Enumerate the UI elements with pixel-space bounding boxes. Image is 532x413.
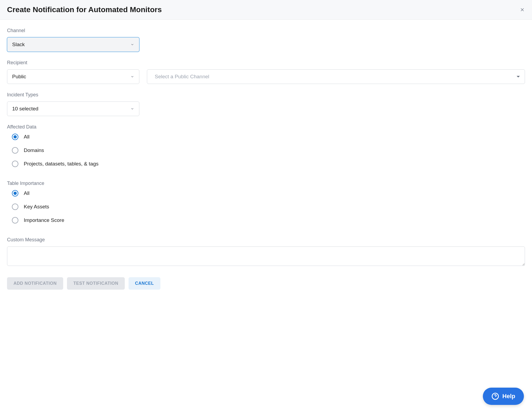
recipient-visibility-select[interactable]: Public	[7, 69, 139, 84]
radio-icon	[12, 190, 18, 197]
radio-icon	[12, 204, 18, 210]
chevron-down-icon	[130, 75, 134, 79]
table-importance-group: Table Importance All Key Assets Importan…	[7, 181, 525, 224]
affected-data-label: Affected Data	[7, 124, 525, 130]
incident-types-group: Incident Types 10 selected	[7, 92, 525, 116]
recipient-channel-select[interactable]: Select a Public Channel	[147, 69, 525, 84]
radio-label: All	[24, 134, 29, 140]
custom-message-group: Custom Message	[7, 237, 525, 267]
affected-data-option-projects[interactable]: Projects, datasets, tables, & tags	[12, 161, 525, 167]
table-importance-option-score[interactable]: Importance Score	[12, 217, 525, 224]
recipient-group: Recipient Public Select a Public Channel	[7, 60, 525, 84]
recipient-channel-placeholder: Select a Public Channel	[155, 74, 209, 80]
table-importance-option-key-assets[interactable]: Key Assets	[12, 204, 525, 210]
cancel-button[interactable]: CANCEL	[129, 277, 160, 290]
custom-message-label: Custom Message	[7, 237, 525, 243]
radio-icon	[12, 147, 18, 154]
add-notification-button[interactable]: ADD NOTIFICATION	[7, 277, 63, 290]
radio-label: Projects, datasets, tables, & tags	[24, 161, 99, 167]
incident-types-value: 10 selected	[12, 106, 38, 112]
affected-data-option-all[interactable]: All	[12, 134, 525, 140]
radio-label: Importance Score	[24, 217, 64, 223]
radio-label: Key Assets	[24, 204, 49, 210]
recipient-visibility-value: Public	[12, 74, 26, 80]
table-importance-option-all[interactable]: All	[12, 190, 525, 197]
radio-label: All	[24, 190, 29, 196]
affected-data-radio-group: All Domains Projects, datasets, tables, …	[7, 134, 525, 167]
radio-icon	[12, 161, 18, 167]
radio-icon	[12, 134, 18, 140]
channel-label: Channel	[7, 28, 525, 33]
recipient-label: Recipient	[7, 60, 525, 66]
radio-label: Domains	[24, 147, 44, 153]
channel-select[interactable]: Slack	[7, 37, 139, 52]
channel-value: Slack	[12, 42, 25, 48]
incident-types-label: Incident Types	[7, 92, 525, 98]
modal-footer: ADD NOTIFICATION TEST NOTIFICATION CANCE…	[0, 277, 532, 297]
modal-body: Channel Slack Recipient Public	[0, 20, 532, 277]
modal-header: Create Notification for Automated Monito…	[0, 0, 532, 20]
table-importance-radio-group: All Key Assets Importance Score	[7, 190, 525, 224]
affected-data-group: Affected Data All Domains Projects, data…	[7, 124, 525, 167]
table-importance-label: Table Importance	[7, 181, 525, 186]
chevron-down-icon	[130, 107, 134, 111]
affected-data-option-domains[interactable]: Domains	[12, 147, 525, 154]
custom-message-input[interactable]	[7, 246, 525, 266]
incident-types-select[interactable]: 10 selected	[7, 101, 139, 116]
radio-icon	[12, 217, 18, 224]
close-icon[interactable]	[520, 7, 525, 12]
dropdown-icon	[517, 76, 520, 77]
channel-group: Channel Slack	[7, 28, 525, 52]
modal-title: Create Notification for Automated Monito…	[7, 5, 162, 14]
chevron-down-icon	[130, 43, 134, 46]
test-notification-button[interactable]: TEST NOTIFICATION	[67, 277, 125, 290]
